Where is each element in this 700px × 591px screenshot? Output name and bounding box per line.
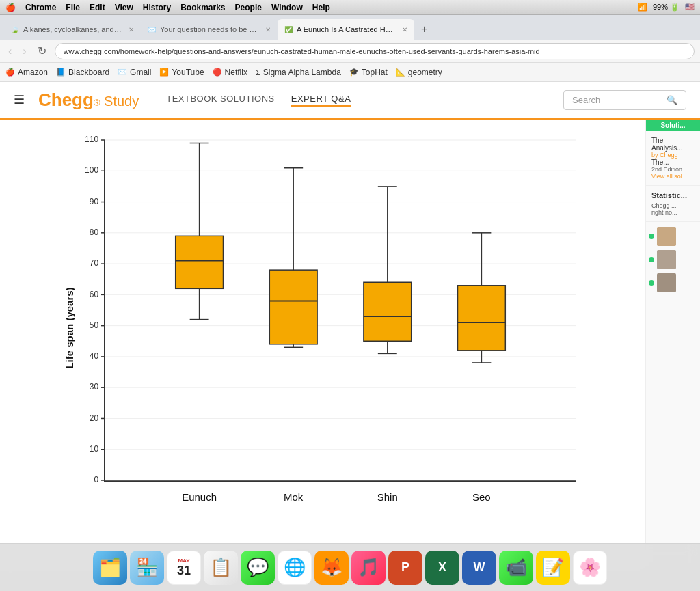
- solution-card: The Analysis... by Chegg The... 2nd Edit…: [646, 131, 700, 186]
- svg-rect-57: [458, 286, 506, 351]
- online-indicator-1: [649, 234, 654, 239]
- address-input[interactable]: [55, 43, 695, 59]
- netflix-icon: 🔴: [213, 68, 222, 77]
- expert-item-2: [649, 248, 697, 271]
- bookmark-gmail[interactable]: ✉️ Gmail: [118, 68, 151, 77]
- svg-text:20: 20: [90, 413, 99, 423]
- window-menu[interactable]: Window: [271, 3, 303, 12]
- bookmark-label-geometry: geometry: [408, 68, 442, 77]
- svg-text:10: 10: [90, 444, 99, 454]
- svg-text:Eunuch: Eunuch: [182, 491, 217, 503]
- tab-question[interactable]: ✉️ Your question needs to be upc... ✕: [141, 19, 278, 40]
- dock-firefox[interactable]: 🦊: [314, 551, 349, 571]
- view-menu[interactable]: View: [115, 3, 133, 12]
- book-title: The Analysis...: [651, 137, 695, 152]
- bookmark-label-blackboard: Blackboard: [68, 68, 109, 77]
- dock-word[interactable]: W: [462, 551, 496, 571]
- nav-textbook-solutions[interactable]: TEXTBOOK SOLUTIONS: [166, 94, 275, 107]
- stats-text: Chegg ...right no...: [651, 202, 695, 216]
- bookmark-sigma[interactable]: Σ Sigma Alpha Lambda: [256, 68, 341, 77]
- dock-messages[interactable]: 💬: [241, 551, 275, 571]
- expert-avatar-2: [657, 250, 676, 269]
- reload-button[interactable]: ↻: [35, 44, 49, 57]
- chegg-header: ☰ Chegg ® Study TEXTBOOK SOLUTIONS EXPER…: [0, 82, 700, 120]
- amazon-icon: 🍎: [5, 68, 15, 77]
- book-edition: 2nd Edition: [651, 166, 695, 173]
- view-all-solutions[interactable]: View all sol...: [651, 173, 695, 180]
- wifi-icon: 📶: [638, 3, 647, 12]
- back-button[interactable]: ‹: [5, 45, 14, 57]
- expert-item-3: [649, 271, 697, 294]
- edit-menu[interactable]: Edit: [90, 3, 105, 12]
- geometry-icon: 📐: [396, 68, 405, 77]
- tab-close-alkanes[interactable]: ✕: [129, 26, 134, 33]
- svg-text:90: 90: [90, 197, 99, 206]
- chegg-study-text: Study: [100, 94, 139, 109]
- bookmarks-menu[interactable]: Bookmarks: [180, 3, 225, 12]
- bookmark-label-youtube: YouTube: [172, 68, 204, 77]
- right-panel: Soluti... The Analysis... by Chegg The..…: [645, 120, 700, 571]
- bookmark-amazon[interactable]: 🍎 Amazon: [5, 68, 48, 77]
- youtube-icon: ▶️: [159, 68, 169, 77]
- people-menu[interactable]: People: [235, 3, 262, 12]
- bookmark-blackboard[interactable]: 📘 Blackboard: [56, 68, 109, 77]
- search-box[interactable]: Search 🔍: [563, 90, 686, 110]
- svg-text:70: 70: [90, 258, 99, 268]
- help-menu[interactable]: Help: [312, 3, 330, 12]
- bookmarks-bar: 🍎 Amazon 📘 Blackboard ✉️ Gmail ▶️ YouTub…: [0, 63, 700, 82]
- dock-calendar[interactable]: MAY31: [167, 551, 201, 571]
- dock-photos[interactable]: 🌸: [573, 551, 607, 571]
- chegg-logo[interactable]: Chegg ® Study: [38, 90, 139, 111]
- tab-close-eunuch[interactable]: ✕: [402, 26, 407, 33]
- browser-tabs: 🍃 Alkanes, cycloalkanes, and fu... ✕ ✉️ …: [0, 15, 700, 40]
- stats-panel: Statistic... Chegg ...right no...: [646, 186, 700, 222]
- gmail-icon: ✉️: [118, 68, 127, 77]
- address-bar: ‹ › ↻: [0, 40, 700, 63]
- online-indicator-3: [649, 280, 654, 286]
- dock-sticky-notes[interactable]: 📝: [536, 551, 570, 571]
- book-preview: The...: [651, 159, 695, 166]
- tab-label-question: Your question needs to be upc...: [160, 25, 258, 33]
- bookmark-label-sigma: Sigma Alpha Lambda: [263, 68, 341, 77]
- file-menu[interactable]: File: [66, 3, 80, 12]
- dock-powerpoint[interactable]: P: [388, 551, 422, 571]
- tab-new[interactable]: +: [414, 19, 439, 40]
- bookmark-label-tophat: TopHat: [362, 68, 388, 77]
- battery-status: 99% 🔋: [653, 3, 679, 12]
- bookmark-tophat[interactable]: 🎓 TopHat: [349, 68, 388, 77]
- stats-title: Statistic...: [651, 191, 695, 200]
- dock: 🗂️ 🏪 MAY31 📋 💬 🌐 🦊 🎵 P X W 📹 📝 🌸: [0, 543, 700, 571]
- solution-badge: Soluti...: [646, 120, 700, 131]
- svg-text:40: 40: [90, 351, 99, 361]
- dock-notes2[interactable]: 📋: [204, 551, 238, 571]
- blackboard-icon: 📘: [56, 68, 66, 77]
- search-icon: 🔍: [667, 95, 677, 105]
- svg-text:100: 100: [85, 165, 98, 175]
- dock-excel[interactable]: X: [425, 551, 459, 571]
- svg-rect-39: [176, 236, 224, 288]
- bookmark-youtube[interactable]: ▶️ YouTube: [159, 68, 204, 77]
- chrome-menu[interactable]: Chrome: [25, 3, 56, 12]
- bookmark-geometry[interactable]: 📐 geometry: [396, 68, 442, 77]
- tab-alkanes[interactable]: 🍃 Alkanes, cycloalkanes, and fu... ✕: [4, 19, 141, 40]
- dock-finder[interactable]: 🗂️: [93, 551, 127, 571]
- dock-appstore[interactable]: 🏪: [130, 551, 164, 571]
- apple-menu[interactable]: 🍎: [5, 3, 16, 12]
- dock-music[interactable]: 🎵: [351, 551, 386, 571]
- nav-expert-qa[interactable]: EXPERT Q&A: [291, 94, 351, 107]
- bookmark-netflix[interactable]: 🔴 Netflix: [213, 68, 247, 77]
- dock-facetime[interactable]: 📹: [499, 551, 533, 571]
- tab-favicon-alkanes: 🍃: [11, 26, 19, 33]
- svg-text:30: 30: [90, 382, 99, 391]
- svg-rect-45: [269, 270, 317, 344]
- svg-rect-51: [364, 282, 412, 341]
- dock-chrome[interactable]: 🌐: [278, 551, 312, 571]
- tab-close-question[interactable]: ✕: [265, 26, 271, 33]
- forward-button[interactable]: ›: [20, 45, 29, 57]
- sigma-icon: Σ: [256, 68, 260, 77]
- tab-favicon-question: ✉️: [148, 26, 156, 33]
- tab-eunuch[interactable]: ✅ A Eunuch Is A Castrated Huma... ✕: [278, 19, 414, 40]
- hamburger-menu[interactable]: ☰: [14, 92, 25, 107]
- svg-text:0: 0: [94, 475, 98, 484]
- history-menu[interactable]: History: [143, 3, 171, 12]
